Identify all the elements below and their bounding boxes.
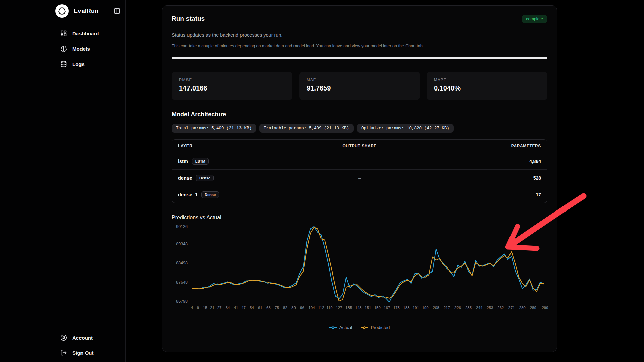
y-axis-label: 89348 (172, 242, 188, 246)
column-header: PARAMETERS (420, 144, 541, 148)
x-axis-label: 167 (384, 306, 390, 310)
legend-item-predicted: Predicted (361, 325, 390, 330)
parameters-cell: 17 (420, 192, 541, 197)
sidebar-nav: DashboardModelsLogs (0, 22, 125, 69)
x-axis-label: 289 (530, 306, 536, 310)
layer-name: lstm (178, 159, 188, 164)
status-subtitle: Status updates as the backend processes … (172, 32, 547, 38)
page-title: Run status (172, 15, 205, 22)
param-badge: Optimizer params: 10,820 (42.27 KB) (357, 124, 454, 133)
x-axis-label: 34 (226, 306, 230, 310)
x-axis-label: 135 (345, 306, 352, 310)
layer-name: dense_1 (178, 192, 198, 197)
param-badges: Total params: 5,409 (21.13 KB)Trainable … (172, 124, 547, 133)
architecture-title: Model Architecture (172, 111, 547, 118)
predictions-chart: 9012689348884988764886798 49152127344147… (172, 224, 547, 313)
x-axis-label: 280 (519, 306, 526, 310)
brain-icon (60, 45, 67, 52)
x-axis-label: 299 (542, 306, 548, 310)
column-header: OUTPUT SHAPE (299, 144, 420, 148)
sidebar-item-logs[interactable]: Logs (60, 59, 125, 69)
x-axis-label: 143 (355, 306, 362, 310)
metric-label: MAE (307, 78, 413, 82)
x-axis-label: 183 (403, 306, 409, 310)
x-axis-label: 199 (422, 306, 428, 310)
x-axis-label: 15 (203, 306, 207, 310)
x-axis-label: 27 (217, 306, 222, 310)
sidebar-item-sign-out[interactable]: Sign Out (60, 347, 125, 358)
y-axis-label: 90126 (172, 224, 188, 229)
x-axis-label: 226 (454, 306, 461, 310)
x-axis-label: 127 (336, 306, 342, 310)
panel-left-icon[interactable] (114, 8, 120, 14)
legend-label: Actual (339, 325, 352, 330)
chart-plot-area (192, 224, 545, 304)
metric-card-rmse: RMSE147.0166 (172, 72, 292, 100)
x-axis-label: 9 (197, 306, 199, 310)
x-axis-label: 262 (497, 306, 504, 310)
parameters-cell: 528 (420, 175, 541, 181)
sidebar-item-account[interactable]: Account (60, 332, 125, 343)
chart-title: Predictions vs Actual (172, 215, 547, 221)
x-axis-label: 89 (291, 306, 296, 310)
legend-marker-icon (361, 326, 368, 329)
sidebar-footer: AccountSign Out (0, 332, 125, 362)
sidebar-header: EvalRun (0, 0, 125, 22)
progress-bar (172, 57, 547, 59)
x-axis-label: 112 (318, 306, 324, 310)
sidebar-item-label: Models (72, 46, 90, 52)
layer-cell: lstmLSTM (178, 158, 299, 165)
metric-label: RMSE (179, 78, 285, 82)
y-axis-label: 87648 (172, 280, 188, 285)
sidebar-item-models[interactable]: Models (60, 43, 125, 54)
layer-type-badge: Dense (196, 175, 214, 181)
x-axis-label: 82 (283, 306, 287, 310)
layer-type-badge: LSTM (192, 158, 209, 165)
chart-legend: ActualPredicted (172, 325, 547, 330)
x-axis-label: 217 (444, 306, 450, 310)
x-axis-label: 47 (241, 306, 246, 310)
layer-type-badge: Dense (201, 191, 219, 198)
layers-table: LAYEROUTPUT SHAPEPARAMETERSlstmLSTM–4,86… (172, 139, 547, 203)
x-axis-label: 235 (465, 306, 472, 310)
table-row: denseDense–528 (172, 169, 547, 186)
metrics-grid: RMSE147.0166MAE91.7659MAPE0.1040% (172, 72, 547, 100)
x-axis-label: 96 (300, 306, 304, 310)
metric-label: MAPE (434, 78, 540, 82)
x-axis-label: 104 (308, 306, 315, 310)
x-axis-label: 61 (258, 306, 262, 310)
run-status-card: Run status complete Status updates as th… (162, 5, 557, 352)
x-axis-label: 175 (393, 306, 400, 310)
sidebar-item-dashboard[interactable]: Dashboard (60, 28, 125, 39)
table-row: dense_1Dense–17 (172, 186, 547, 203)
param-badge: Total params: 5,409 (21.13 KB) (172, 124, 256, 133)
brain-icon (58, 7, 66, 15)
brand-logo (55, 4, 69, 18)
legend-marker-icon (329, 326, 337, 329)
sidebar-item-label: Dashboard (72, 31, 99, 36)
dashboard-icon (60, 30, 67, 37)
metric-value: 0.1040% (434, 84, 540, 92)
metric-card-mae: MAE91.7659 (299, 72, 420, 100)
y-axis-label: 88498 (172, 261, 188, 265)
x-axis-label: 21 (210, 306, 214, 310)
status-note: This can take a couple of minutes depend… (172, 44, 547, 48)
x-axis-label: 244 (476, 306, 482, 310)
logout-icon (60, 349, 67, 356)
output-shape-cell: – (299, 175, 420, 181)
sidebar: EvalRun DashboardModelsLogs AccountSign … (0, 0, 126, 362)
series-line-predicted (192, 227, 544, 301)
user-icon (60, 334, 67, 341)
progress-fill (172, 57, 547, 59)
output-shape-cell: – (299, 192, 420, 197)
y-axis-label: 86798 (172, 299, 188, 304)
main-content: Run status complete Status updates as th… (126, 0, 644, 362)
x-axis-label: 151 (365, 306, 371, 310)
x-axis-label: 208 (433, 306, 439, 310)
x-axis-label: 54 (250, 306, 254, 310)
x-axis-label: 191 (413, 306, 419, 310)
status-badge: complete (522, 15, 547, 23)
output-shape-cell: – (299, 159, 420, 164)
parameters-cell: 4,864 (420, 159, 541, 164)
x-axis-label: 75 (275, 306, 279, 310)
